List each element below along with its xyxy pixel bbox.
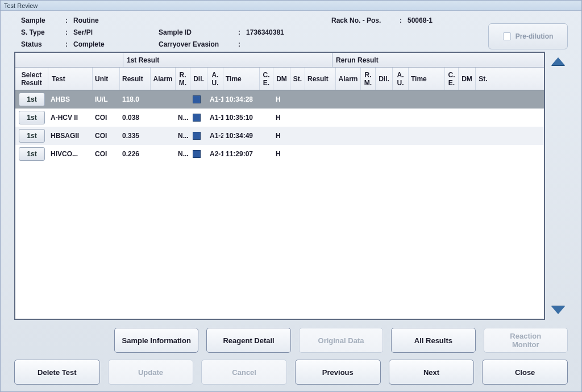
- cell-result: 118.0: [120, 95, 151, 103]
- sample-information-button[interactable]: Sample Information: [114, 328, 198, 353]
- cell-dm: H: [273, 132, 290, 140]
- column-headers: Select Result Test Unit Result Alarm R. …: [15, 68, 544, 90]
- button-row-2: Delete Test Update Cancel Previous Next …: [1, 356, 581, 391]
- sample-label: Sample: [21, 16, 65, 24]
- col-alarm[interactable]: Alarm: [151, 68, 176, 90]
- col-rerun-st[interactable]: St.: [476, 68, 490, 90]
- results-grid: 1st Result Rerun Result Select Result Te…: [14, 52, 545, 320]
- rack-label: Rack No. - Pos.: [331, 16, 400, 24]
- scroll-up-button[interactable]: [548, 52, 568, 71]
- cell-rm: N...: [176, 150, 190, 158]
- status-value: Complete: [73, 40, 159, 48]
- next-button[interactable]: Next: [389, 360, 475, 385]
- col-rerun-time[interactable]: Time: [409, 68, 445, 90]
- cell-result: 0.226: [120, 150, 151, 158]
- col-result[interactable]: Result: [120, 68, 151, 90]
- col-rerun-rm[interactable]: R. M.: [361, 68, 376, 90]
- table-row[interactable]: 1stHIVCO...COI0.226N...A2-111:29:07H: [15, 145, 544, 163]
- cell-dm: H: [273, 150, 290, 158]
- table-row[interactable]: 1stHBSAGIICOI0.335N...A1-210:34:49H: [15, 127, 544, 145]
- col-dm[interactable]: DM: [273, 68, 290, 90]
- table-row[interactable]: 1stAHBSIU/L118.0A1-110:34:28H: [15, 90, 544, 109]
- col-ce[interactable]: C. E.: [260, 68, 273, 90]
- window-title: Test Review: [4, 2, 38, 9]
- dilution-icon: [193, 95, 201, 103]
- cell-dm: H: [273, 95, 290, 103]
- col-rerun-dil[interactable]: Dil.: [376, 68, 393, 90]
- update-button[interactable]: Update: [108, 360, 194, 385]
- group-header-select: [15, 53, 123, 67]
- select-result-button[interactable]: 1st: [19, 93, 45, 106]
- rack-value: 50068-1: [408, 16, 493, 24]
- col-select-result[interactable]: Select Result: [15, 68, 48, 90]
- close-button[interactable]: Close: [482, 360, 568, 385]
- test-review-window: Test Review Sample : Routine Rack No. - …: [0, 0, 582, 392]
- cell-unit: COI: [93, 150, 120, 158]
- cell-unit: COI: [93, 114, 120, 122]
- cell-test: HIVCO...: [48, 150, 93, 158]
- cell-time: 11:29:07: [223, 150, 260, 158]
- carryover-label: Carryover Evasion: [159, 40, 238, 48]
- cell-rm: N...: [176, 132, 190, 140]
- chevron-down-icon: [551, 306, 565, 314]
- status-label: Status: [21, 40, 65, 48]
- cancel-button[interactable]: Cancel: [201, 360, 287, 385]
- col-rerun-dm[interactable]: DM: [459, 68, 476, 90]
- pre-dilution-button[interactable]: Pre-dilution: [488, 23, 568, 49]
- original-data-button[interactable]: Original Data: [299, 328, 383, 353]
- cell-dil: [190, 132, 207, 140]
- cell-dil: [190, 95, 207, 103]
- all-results-button[interactable]: All Results: [391, 328, 475, 353]
- col-rerun-ce[interactable]: C. E.: [445, 68, 459, 90]
- carryover-value: [246, 40, 331, 48]
- window-titlebar: Test Review: [1, 1, 581, 11]
- col-rerun-result[interactable]: Result: [305, 68, 336, 90]
- cell-rm: N...: [176, 114, 190, 122]
- table-row[interactable]: 1stA-HCV IICOI0.038N...A1-110:35:10H: [15, 109, 544, 127]
- scroll-down-button[interactable]: [548, 301, 568, 320]
- col-unit[interactable]: Unit: [93, 68, 120, 90]
- cell-time: 10:34:28: [223, 95, 260, 103]
- cell-result: 0.038: [120, 114, 151, 122]
- cell-time: 10:34:49: [223, 132, 260, 140]
- cell-unit: IU/L: [93, 95, 120, 103]
- cell-au: A1-2: [207, 132, 223, 140]
- cell-result: 0.335: [120, 132, 151, 140]
- rows-container: 1stAHBSIU/L118.0A1-110:34:28H1stA-HCV II…: [15, 90, 544, 319]
- sampleid-value: 1736340381: [246, 28, 331, 36]
- cell-unit: COI: [93, 132, 120, 140]
- reagent-detail-button[interactable]: Reagent Detail: [206, 328, 290, 353]
- vertical-scrollbar[interactable]: [548, 52, 568, 320]
- reaction-monitor-button[interactable]: Reaction Monitor: [484, 328, 568, 353]
- cell-test: HBSAGII: [48, 132, 93, 140]
- previous-button[interactable]: Previous: [295, 360, 381, 385]
- checkbox-icon: [503, 32, 511, 40]
- cell-au: A2-1: [207, 150, 223, 158]
- col-time[interactable]: Time: [223, 68, 260, 90]
- chevron-up-icon: [551, 57, 565, 65]
- sample-info-panel: Sample : Routine Rack No. - Pos. : 50068…: [1, 11, 581, 52]
- select-result-button[interactable]: 1st: [19, 129, 45, 143]
- dilution-icon: [193, 132, 201, 140]
- col-rm[interactable]: R. M.: [176, 68, 190, 90]
- dilution-icon: [193, 150, 201, 158]
- sampleid-label: Sample ID: [159, 28, 238, 36]
- cell-au: A1-1: [207, 95, 223, 103]
- cell-dil: [190, 114, 207, 122]
- select-result-button[interactable]: 1st: [19, 111, 45, 124]
- col-test[interactable]: Test: [48, 68, 93, 90]
- dilution-icon: [193, 114, 201, 122]
- stype-value: Ser/Pl: [73, 28, 159, 36]
- group-header-rerun-result: Rerun Result: [332, 53, 544, 67]
- delete-test-button[interactable]: Delete Test: [14, 360, 100, 385]
- select-result-button[interactable]: 1st: [19, 147, 45, 161]
- button-row-1: Sample Information Reagent Detail Origin…: [1, 324, 581, 356]
- col-au[interactable]: A. U.: [207, 68, 223, 90]
- col-rerun-alarm[interactable]: Alarm: [336, 68, 361, 90]
- col-st[interactable]: St.: [290, 68, 305, 90]
- cell-time: 10:35:10: [223, 114, 260, 122]
- group-header-first-result: 1st Result: [123, 53, 332, 67]
- col-rerun-au[interactable]: A. U.: [393, 68, 409, 90]
- cell-test: A-HCV II: [48, 114, 93, 122]
- col-dil[interactable]: Dil.: [190, 68, 207, 90]
